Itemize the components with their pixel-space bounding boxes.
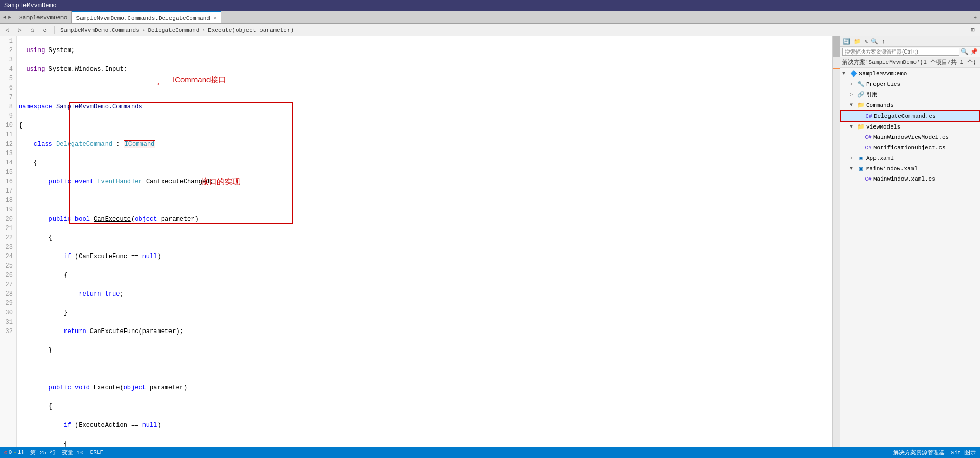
tab-close-btn[interactable]: ✕ xyxy=(213,15,217,21)
se-toolbar: 🔄 📁 ✎ 🔍 ↕ xyxy=(840,36,980,47)
breadcrumb: SampleMvvmDemo.Commands › DelegateComman… xyxy=(59,27,295,33)
line-numbers: 12345 678910 1112131415 1617181920 21222… xyxy=(0,36,17,447)
tab-left-arrow[interactable]: ◄ xyxy=(3,15,6,20)
main-layout: 12345 678910 1112131415 1617181920 21222… xyxy=(0,36,980,447)
code-editor[interactable]: 12345 678910 1112131415 1617181920 21222… xyxy=(0,36,832,447)
se-viewmodels-label: ViewModels xyxy=(866,122,900,132)
se-tree[interactable]: ▼ 🔷 SampleMvvmDemo ▷ 🔧 Properties ▷ 🔗 引用… xyxy=(840,68,980,447)
se-item-viewmodels[interactable]: ▼ 📁 ViewModels xyxy=(840,122,980,132)
se-item-properties[interactable]: ▷ 🔧 Properties xyxy=(840,79,980,90)
se-solution-label: SampleMvvmDemo xyxy=(859,69,907,79)
tab-delegatecommand[interactable]: SampleMvvmDemo.Commands.DelegateCommand … xyxy=(72,11,221,23)
nav-forward-btn[interactable]: ▷ xyxy=(15,26,25,35)
se-item-references[interactable]: ▷ 🔗 引用 xyxy=(840,90,980,100)
se-mainwindowxaml-label: MainWindow.xaml xyxy=(866,164,918,173)
se-search-input[interactable] xyxy=(842,48,959,56)
se-toolbar-icons[interactable]: 🔄 📁 ✎ 🔍 ↕ xyxy=(843,38,885,45)
notificationobj-icon: C# xyxy=(864,144,872,152)
se-search-bar[interactable]: 🔍 📌 xyxy=(840,47,980,57)
nav-sync-btn[interactable]: ↺ xyxy=(40,26,50,35)
commands-folder-icon: 📁 xyxy=(857,101,865,109)
status-bar: ⊘ 0 ⚠ 1 ℹ 第 25 行 变量 10 CRLF 解决方案资源管理器 Gi… xyxy=(0,447,980,458)
solution-explorer: 🔄 📁 ✎ 🔍 ↕ 🔍 📌 解决方案'SampleMvvmDemo'(1 个项目… xyxy=(840,36,980,447)
se-item-mainwindowvm[interactable]: C# MainWindowViewModel.cs xyxy=(840,132,980,143)
se-appxaml-label: App.xaml xyxy=(866,154,894,163)
se-mainwindowcs-label: MainWindow.xaml.cs xyxy=(873,174,935,184)
se-mainwindowvm-label: MainWindowViewModel.cs xyxy=(873,133,949,142)
tab-bar: ◄ ► SampleMvvmDemo SampleMvvmDemo.Comman… xyxy=(0,11,980,24)
status-col: 变量 10 xyxy=(62,449,84,456)
mainwindowvm-icon: C# xyxy=(864,133,872,142)
se-item-notificationobj[interactable]: C# NotificationObject.cs xyxy=(840,143,980,153)
bc-method[interactable]: Execute(object parameter) xyxy=(206,27,295,33)
se-solution-header: 解决方案'SampleMvvmDemo'(1 个项目/共 1 个) xyxy=(840,57,980,68)
se-pin-icon[interactable]: 📌 xyxy=(970,48,978,56)
se-references-label: 引用 xyxy=(866,90,878,99)
properties-icon: 🔧 xyxy=(857,80,865,88)
se-commands-label: Commands xyxy=(866,100,894,110)
se-properties-label: Properties xyxy=(866,80,900,89)
nav-home-btn[interactable]: ⌂ xyxy=(27,26,37,35)
se-item-appxaml[interactable]: ▷ ▣ App.xaml xyxy=(840,153,980,163)
se-item-commands[interactable]: ▼ 📁 Commands xyxy=(840,100,980,110)
se-delegatecommand-label: DelegateCommand.cs xyxy=(874,111,936,121)
se-notificationobj-label: NotificationObject.cs xyxy=(873,143,946,152)
status-encoding: CRLF xyxy=(90,449,103,455)
title-bar-text: SampleMvvmDemo xyxy=(4,2,57,9)
se-search-icon[interactable]: 🔍 xyxy=(961,48,969,56)
references-icon: 🔗 xyxy=(857,91,865,99)
tab-right-arrow[interactable]: ► xyxy=(8,15,11,20)
title-bar: SampleMvvmDemo xyxy=(0,0,980,11)
status-right: 解决方案资源管理器 xyxy=(893,449,945,456)
delegatecommand-cs-icon: C# xyxy=(865,112,873,120)
error-icon: ⊘ xyxy=(4,449,8,456)
appxaml-icon: ▣ xyxy=(857,154,865,162)
status-line: 第 25 行 xyxy=(30,449,55,456)
nav-bar: ◁ ▷ ⌂ ↺ SampleMvvmDemo.Commands › Delega… xyxy=(0,24,980,36)
status-error: ⊘ 0 ⚠ 1 ℹ xyxy=(4,449,24,456)
info-icon: ℹ xyxy=(22,449,24,456)
nav-back-btn[interactable]: ◁ xyxy=(2,26,12,35)
warning-icon: ⚠ xyxy=(13,449,17,456)
status-git: Git 图示 xyxy=(951,449,976,456)
se-item-solution[interactable]: ▼ 🔷 SampleMvvmDemo xyxy=(840,69,980,79)
se-item-mainwindowxaml[interactable]: ▼ ▣ MainWindow.xaml xyxy=(840,163,980,174)
viewmodels-folder-icon: 📁 xyxy=(857,123,865,131)
solution-icon: 🔷 xyxy=(850,70,858,78)
bc-namespace[interactable]: SampleMvvmDemo.Commands xyxy=(59,27,141,33)
nav-more-btn[interactable]: ⊞ xyxy=(968,26,978,35)
tab-nav-arrows[interactable]: ◄ ► xyxy=(0,11,15,23)
mainwindowcs-icon: C# xyxy=(864,175,872,183)
bc-class[interactable]: DelegateCommand xyxy=(146,27,201,33)
mainwindowxaml-icon: ▣ xyxy=(857,164,865,173)
se-item-mainwindowcs[interactable]: C# MainWindow.xaml.cs xyxy=(840,174,980,184)
se-item-delegatecommand[interactable]: C# DelegateCommand.cs xyxy=(840,110,980,122)
tab-pin-btn[interactable]: + xyxy=(970,11,980,23)
code-text[interactable]: using System; using System.Windows.Input… xyxy=(17,36,832,447)
tab-samplemvvmdemo[interactable]: SampleMvvmDemo xyxy=(15,11,72,23)
vertical-scrollbar[interactable] xyxy=(832,36,840,447)
